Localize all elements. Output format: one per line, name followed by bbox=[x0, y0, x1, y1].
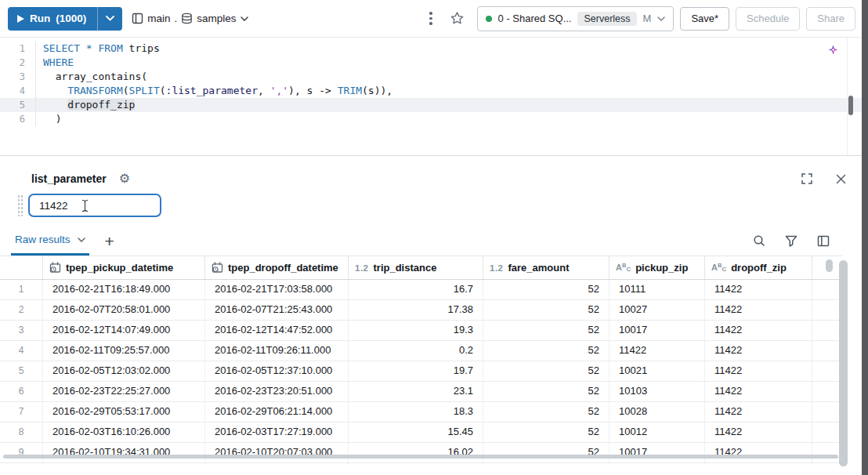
cell-dropoff_zip[interactable]: 11422 bbox=[705, 443, 812, 462]
table-row[interactable]: 12016-02-21T16:18:49.0002016-02-21T17:03… bbox=[0, 280, 842, 300]
table-row[interactable]: 52016-02-05T12:03:02.0002016-02-05T12:37… bbox=[0, 361, 842, 382]
cell-tpep_pickup_datetime[interactable]: 2016-02-05T12:03:02.000 bbox=[43, 361, 205, 381]
cell-tpep_dropoff_datetime[interactable]: 2016-02-03T17:27:19.000 bbox=[205, 422, 349, 442]
filter-icon[interactable] bbox=[783, 233, 799, 248]
table-row[interactable]: 82016-02-03T16:10:26.0002016-02-03T17:27… bbox=[0, 422, 842, 443]
cell-tpep_pickup_datetime[interactable]: 2016-02-14T15:43:47.000 bbox=[43, 463, 205, 464]
scroll-indicator[interactable] bbox=[826, 259, 833, 272]
code-area[interactable]: 1SELECT * FROM trips2WHERE3 array_contai… bbox=[0, 42, 862, 126]
table-row[interactable]: 42016-02-11T09:25:57.0002016-02-11T09:26… bbox=[0, 341, 842, 361]
cell-fare_amount[interactable]: 52 bbox=[483, 402, 609, 422]
assistant-sparkle-icon[interactable] bbox=[826, 43, 840, 56]
run-button[interactable]: Run (1000) bbox=[8, 7, 97, 31]
cell-fare_amount[interactable]: 52 bbox=[483, 422, 609, 442]
cell-dropoff_zip[interactable]: 11422 bbox=[705, 280, 812, 299]
table-row[interactable]: 72016-02-29T05:53:17.0002016-02-29T06:21… bbox=[0, 402, 842, 422]
cell-pickup_zip[interactable]: 10012 bbox=[609, 422, 705, 442]
table-row[interactable]: 102016-02-14T15:43:47.0002016-02-14T16:3… bbox=[0, 463, 842, 464]
code-line[interactable]: 5 dropoff_zip bbox=[0, 98, 862, 112]
column-header-trip_distance[interactable]: 1.2trip_distance bbox=[349, 256, 483, 279]
cell-dropoff_zip[interactable]: 11422 bbox=[705, 402, 812, 422]
cell-tpep_pickup_datetime[interactable]: 2016-02-21T16:18:49.000 bbox=[43, 280, 205, 299]
schedule-button[interactable]: Schedule bbox=[736, 7, 800, 31]
results-table[interactable]: tpep_pickup_datetimetpep_dropoff_datetim… bbox=[0, 256, 842, 464]
cell-fare_amount[interactable]: 52 bbox=[483, 382, 609, 401]
cell-dropoff_zip[interactable]: 11422 bbox=[705, 341, 812, 361]
save-button[interactable]: Save* bbox=[680, 7, 729, 31]
cell-pickup_zip[interactable]: 11422 bbox=[609, 341, 705, 361]
code-line[interactable]: 2WHERE bbox=[0, 56, 862, 70]
cell-fare_amount[interactable]: 52 bbox=[483, 361, 609, 381]
column-header-pickup_zip[interactable]: ABCpickup_zip bbox=[609, 256, 705, 279]
cell-dropoff_zip[interactable]: 11422 bbox=[705, 382, 812, 401]
cell-tpep_pickup_datetime[interactable]: 2016-02-10T19:34:31.000 bbox=[43, 443, 205, 462]
cell-tpep_pickup_datetime[interactable]: 2016-02-07T20:58:01.000 bbox=[43, 300, 205, 320]
cell-tpep_dropoff_datetime[interactable]: 2016-02-07T21:25:43.000 bbox=[205, 300, 349, 320]
code-line[interactable]: 6 ) bbox=[0, 112, 862, 126]
cell-tpep_pickup_datetime[interactable]: 2016-02-12T14:07:49.000 bbox=[43, 321, 205, 340]
gear-icon[interactable]: ⚙ bbox=[119, 172, 130, 185]
cell-pickup_zip[interactable]: 10028 bbox=[609, 402, 705, 422]
cell-tpep_dropoff_datetime[interactable]: 2016-02-11T09:26:11.000 bbox=[205, 341, 349, 361]
table-row[interactable]: 92016-02-10T19:34:31.0002016-02-10T20:07… bbox=[0, 443, 842, 463]
cell-fare_amount[interactable]: 52 bbox=[483, 463, 609, 464]
catalog-schema-selector[interactable]: main . samples bbox=[132, 13, 248, 24]
table-row[interactable]: 22016-02-07T20:58:01.0002016-02-07T21:25… bbox=[0, 300, 842, 321]
cell-fare_amount[interactable]: 52 bbox=[483, 300, 609, 320]
kebab-menu-icon[interactable] bbox=[423, 7, 439, 30]
cell-fare_amount[interactable]: 52 bbox=[483, 341, 609, 361]
cell-dropoff_zip[interactable]: 11422 bbox=[705, 463, 812, 464]
cell-pickup_zip[interactable]: 10021 bbox=[609, 361, 705, 381]
table-row[interactable]: 32016-02-12T14:07:49.0002016-02-12T14:47… bbox=[0, 321, 842, 341]
table-row[interactable]: 62016-02-23T22:25:27.0002016-02-23T23:20… bbox=[0, 382, 842, 402]
code-line[interactable]: 1SELECT * FROM trips bbox=[0, 42, 862, 56]
cell-tpep_dropoff_datetime[interactable]: 2016-02-14T16:30:24.000 bbox=[205, 463, 349, 464]
drag-handle[interactable] bbox=[17, 194, 24, 216]
cell-trip_distance[interactable]: 16.02 bbox=[349, 443, 483, 462]
editor-scrollbar[interactable] bbox=[847, 38, 854, 155]
share-button[interactable]: Share bbox=[806, 7, 855, 31]
cell-trip_distance[interactable]: 0.2 bbox=[349, 341, 483, 361]
cell-dropoff_zip[interactable]: 11422 bbox=[705, 300, 812, 320]
cell-trip_distance[interactable]: 16.7 bbox=[349, 280, 483, 299]
vertical-scrollbar[interactable] bbox=[839, 260, 848, 466]
cell-pickup_zip[interactable]: 10017 bbox=[609, 321, 705, 340]
editor-scrollbar-thumb[interactable] bbox=[848, 96, 853, 115]
tab-raw-results[interactable]: Raw results bbox=[11, 226, 89, 256]
favorite-star-icon[interactable] bbox=[447, 8, 468, 29]
search-results-icon[interactable] bbox=[751, 233, 767, 248]
cell-trip_distance[interactable]: 15.45 bbox=[349, 422, 483, 442]
cell-tpep_pickup_datetime[interactable]: 2016-02-29T05:53:17.000 bbox=[43, 402, 205, 422]
columns-panel-icon[interactable] bbox=[816, 233, 831, 248]
cell-pickup_zip[interactable]: 10027 bbox=[609, 300, 705, 320]
cell-tpep_dropoff_datetime[interactable]: 2016-02-21T17:03:58.000 bbox=[205, 280, 349, 299]
cell-trip_distance[interactable]: 19.7 bbox=[349, 361, 483, 381]
cell-fare_amount[interactable]: 52 bbox=[483, 443, 609, 462]
cell-pickup_zip[interactable]: 10111 bbox=[609, 280, 705, 299]
cell-trip_distance[interactable]: 23.1 bbox=[349, 382, 483, 401]
cell-tpep_pickup_datetime[interactable]: 2016-02-03T16:10:26.000 bbox=[43, 422, 205, 442]
code-line[interactable]: 4 TRANSFORM(SPLIT(:list_parameter, ','),… bbox=[0, 84, 862, 98]
cell-trip_distance[interactable]: 18.3 bbox=[349, 402, 483, 422]
close-panel-icon[interactable] bbox=[833, 171, 849, 187]
cell-tpep_dropoff_datetime[interactable]: 2016-02-29T06:21:14.000 bbox=[205, 402, 349, 422]
warehouse-selector[interactable]: 0 - Shared SQ... Serverless M bbox=[477, 6, 675, 31]
cell-pickup_zip[interactable]: 10017 bbox=[609, 443, 705, 462]
expand-panel-icon[interactable] bbox=[798, 170, 816, 187]
column-header-tpep_pickup_datetime[interactable]: tpep_pickup_datetime bbox=[43, 256, 205, 279]
cell-tpep_dropoff_datetime[interactable]: 2016-02-10T20:07:03.000 bbox=[205, 443, 349, 462]
horizontal-scrollbar[interactable] bbox=[3, 455, 838, 459]
cell-pickup_zip[interactable]: 10171 bbox=[609, 463, 705, 464]
code-line[interactable]: 3 array_contains( bbox=[0, 70, 862, 84]
cell-trip_distance[interactable]: 17.38 bbox=[349, 300, 483, 320]
cell-trip_distance[interactable]: 15.78 bbox=[349, 463, 483, 464]
column-header-fare_amount[interactable]: 1.2fare_amount bbox=[483, 256, 609, 279]
cell-tpep_dropoff_datetime[interactable]: 2016-02-12T14:47:52.000 bbox=[205, 321, 349, 340]
cell-fare_amount[interactable]: 52 bbox=[483, 321, 609, 340]
cell-dropoff_zip[interactable]: 11422 bbox=[705, 321, 812, 340]
column-header-tpep_dropoff_datetime[interactable]: tpep_dropoff_datetime bbox=[205, 256, 349, 279]
cell-tpep_pickup_datetime[interactable]: 2016-02-11T09:25:57.000 bbox=[43, 341, 205, 361]
cell-dropoff_zip[interactable]: 11422 bbox=[705, 361, 812, 381]
sql-editor[interactable]: 1SELECT * FROM trips2WHERE3 array_contai… bbox=[0, 38, 862, 155]
cell-pickup_zip[interactable]: 10103 bbox=[609, 382, 705, 401]
